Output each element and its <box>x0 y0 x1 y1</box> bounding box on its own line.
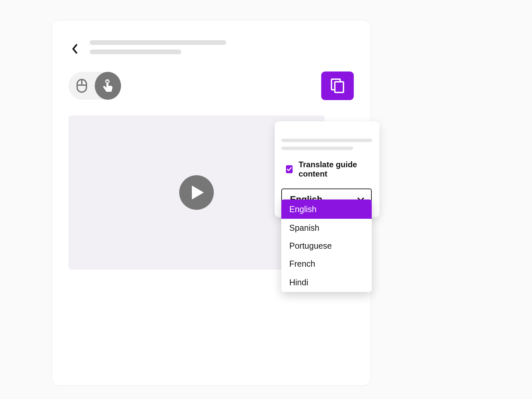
toolbar <box>68 71 354 100</box>
input-mode-toggle[interactable] <box>68 72 121 100</box>
copy-button[interactable] <box>321 71 354 100</box>
language-option[interactable]: Hindi <box>281 273 372 292</box>
header <box>68 40 354 56</box>
skeleton-line <box>90 50 181 54</box>
language-option[interactable]: English <box>281 200 372 219</box>
play-button[interactable] <box>179 175 214 210</box>
skeleton-line <box>281 147 353 150</box>
translate-checkbox[interactable] <box>286 165 293 173</box>
main-card: Translate guide content English English … <box>52 20 371 386</box>
svg-rect-6 <box>335 82 343 92</box>
check-icon <box>287 167 292 172</box>
mouse-mode-option[interactable] <box>68 72 95 100</box>
chevron-left-icon <box>72 44 78 54</box>
back-button[interactable] <box>68 42 82 56</box>
translate-checkbox-row[interactable]: Translate guide content <box>281 160 373 179</box>
title-placeholder <box>90 40 226 54</box>
touch-mode-option[interactable] <box>95 72 121 100</box>
mouse-icon <box>76 78 87 93</box>
copy-icon <box>331 78 344 93</box>
translate-checkbox-label: Translate guide content <box>299 160 373 179</box>
play-icon <box>192 186 204 200</box>
language-option[interactable]: Portuguese <box>281 237 372 255</box>
language-option[interactable]: French <box>281 255 372 273</box>
language-option[interactable]: Spanish <box>281 219 372 237</box>
skeleton-line <box>90 40 226 45</box>
touch-icon <box>101 78 115 93</box>
language-dropdown: English Spanish Portuguese French Hindi <box>281 200 372 292</box>
svg-marker-7 <box>192 186 204 200</box>
skeleton-line <box>281 139 372 142</box>
